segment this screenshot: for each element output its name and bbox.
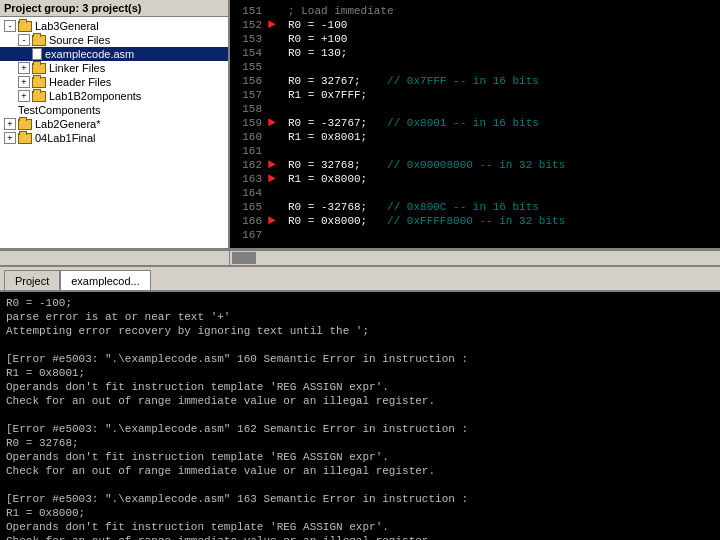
code-line: 162 ► R0 = 32768; // 0x00008000 -- in 32… [236,158,714,172]
tree-item-04lab1final[interactable]: + 04Lab1Final [0,131,228,145]
tab-project[interactable]: Project [4,270,60,290]
code-editor-panel: 151 ; Load immediate 152 ► R0 = -100 153… [230,0,720,248]
console-pane: R0 = -100; parse error is at or near tex… [0,290,720,540]
code-text [288,60,295,74]
arrow-indicator [268,46,288,60]
line-number: 152 [236,18,268,32]
folder-icon [32,35,46,46]
expand-icon[interactable]: + [4,118,16,130]
folder-icon [18,119,32,130]
expand-icon[interactable]: + [18,62,30,74]
line-number: 161 [236,144,268,158]
console-text: R0 = 32768; [6,437,79,449]
code-line: 167 [236,228,714,242]
console-line: R0 = 32768; [6,436,714,450]
expand-icon[interactable]: + [4,132,16,144]
arrow-indicator [268,228,288,242]
line-number: 167 [236,228,268,242]
main-container: Project group: 3 project(s) - Lab3Genera… [0,0,720,540]
line-number: 159 [236,116,268,130]
tab-examplecode[interactable]: examplecod... [60,270,150,290]
console-text: Check for an out of range immediate valu… [6,535,435,540]
project-group-label: Project group: 3 project(s) [4,2,142,14]
console-line: Check for an out of range immediate valu… [6,394,714,408]
console-text: [Error #e5003: ".\examplecode.asm" 162 S… [6,423,468,435]
code-line: 154 R0 = 130; [236,46,714,60]
arrow-indicator [268,144,288,158]
right-scrollbar[interactable] [230,251,720,265]
console-text: Operands don't fit instruction template … [6,521,389,533]
code-area[interactable]: 151 ; Load immediate 152 ► R0 = -100 153… [230,0,720,248]
console-text: R1 = 0x8001; [6,367,85,379]
code-line: 151 ; Load immediate [236,4,714,18]
tree-item-lab2genera[interactable]: + Lab2Genera* [0,117,228,131]
console-line [6,408,714,422]
console-line: Operands don't fit instruction template … [6,520,714,534]
console-line: R0 = -100; [6,296,714,310]
line-number: 155 [236,60,268,74]
tree-label: examplecode.asm [45,48,134,60]
expand-icon[interactable]: - [4,20,16,32]
code-line: 158 [236,102,714,116]
console-text: Check for an out of range immediate valu… [6,395,435,407]
arrow-indicator: ► [268,214,288,228]
arrow-indicator [268,4,288,18]
hscroll-thumb[interactable] [232,252,256,264]
code-line: 155 [236,60,714,74]
line-number: 164 [236,186,268,200]
code-text: R0 = -100 [288,18,347,32]
arrow-indicator: ► [268,116,288,130]
console-text: Operands don't fit instruction template … [6,451,389,463]
line-number: 166 [236,214,268,228]
code-text: R0 = 0x8000; // 0xFFFF8000 -- in 32 bits [288,214,565,228]
code-text: R0 = -32767; // 0x8001 -- in 16 bits [288,116,539,130]
console-line [6,338,714,352]
line-number: 165 [236,200,268,214]
code-text: R0 = 130; [288,46,347,60]
arrow-indicator [268,60,288,74]
arrow-indicator [268,102,288,116]
code-text: R1 = 0x7FFF; [288,88,367,102]
expand-icon[interactable]: + [18,90,30,102]
tree-item-testcomponents[interactable]: TestComponents [0,103,228,117]
code-text: R1 = 0x8000; [288,172,367,186]
code-line: 164 [236,186,714,200]
folder-icon [18,133,32,144]
console-line: [Error #e5003: ".\examplecode.asm" 162 S… [6,422,714,436]
code-line: 157 R1 = 0x7FFF; [236,88,714,102]
console-line: Check for an out of range immediate valu… [6,534,714,540]
tree-label: Linker Files [49,62,105,74]
console-text: Check for an out of range immediate valu… [6,465,435,477]
expand-icon[interactable]: - [18,34,30,46]
arrow-indicator [268,130,288,144]
tree-item-linker-files[interactable]: + Linker Files [0,61,228,75]
arrow-indicator [268,32,288,46]
tab-bar: Project examplecod... [0,266,720,290]
code-line: 156 R0 = 32767; // 0x7FFF -- in 16 bits [236,74,714,88]
console-text: parse error is at or near text '+' [6,311,230,323]
tree-item-lab1b2components[interactable]: + Lab1B2omponents [0,89,228,103]
code-text: ; Load immediate [288,4,394,18]
console-text: R0 = -100; [6,297,72,309]
line-number: 156 [236,74,268,88]
arrow-indicator: ► [268,158,288,172]
console-line: [Error #e5003: ".\examplecode.asm" 163 S… [6,492,714,506]
console-line: Operands don't fit instruction template … [6,450,714,464]
arrow-indicator: ► [268,18,288,32]
arrow-indicator [268,186,288,200]
tree-label: Source Files [49,34,110,46]
console-line: Attempting error recovery by ignoring te… [6,324,714,338]
code-line: 161 [236,144,714,158]
tree-item-lab3general[interactable]: - Lab3General [0,19,228,33]
tree-item-header-files[interactable]: + Header Files [0,75,228,89]
console-line: Operands don't fit instruction template … [6,380,714,394]
tree-label: Header Files [49,76,111,88]
tree-item-examplecode[interactable]: examplecode.asm [0,47,228,61]
tree-label: Lab3General [35,20,99,32]
tree-content: - Lab3General - Source Files examplecode… [0,17,228,147]
tree-item-source-files[interactable]: - Source Files [0,33,228,47]
folder-icon [18,21,32,32]
code-text: R0 = -32768; // 0x800C -- in 16 bits [288,200,539,214]
expand-icon[interactable]: + [18,76,30,88]
top-pane: Project group: 3 project(s) - Lab3Genera… [0,0,720,250]
